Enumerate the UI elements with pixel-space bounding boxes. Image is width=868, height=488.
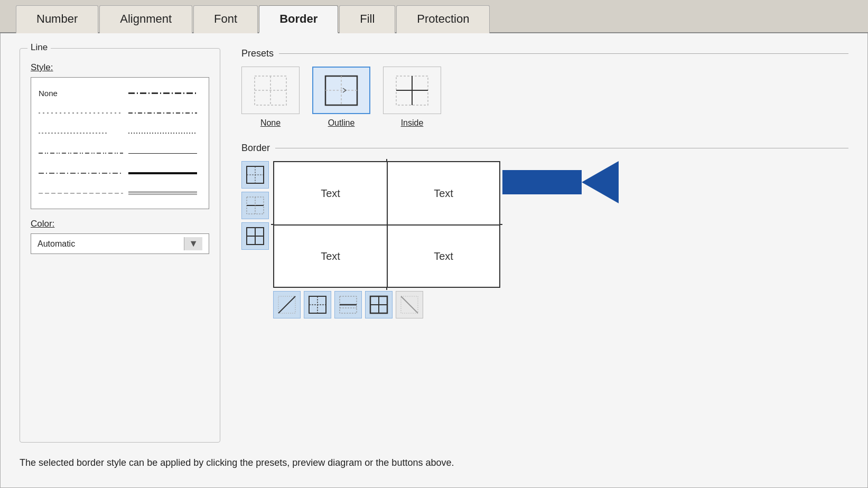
line-style-dotted-left [39, 112, 123, 114]
preset-none[interactable]: None [241, 67, 300, 128]
preview-box[interactable]: Text Text Text Text [273, 161, 500, 288]
color-value: Automatic [38, 239, 75, 249]
dropdown-arrow-icon: ▼ [184, 237, 202, 250]
preset-none-btn[interactable] [241, 67, 300, 114]
style-line-left-2 [39, 112, 123, 114]
style-row-1[interactable]: None [39, 83, 201, 103]
border-btn-all-grid[interactable] [241, 222, 269, 250]
preset-none-label: None [260, 118, 281, 128]
preset-outline-btn[interactable] [312, 67, 370, 114]
preview-text-1: Text [321, 187, 340, 200]
style-line-right-6 [128, 192, 197, 195]
style-row-2[interactable] [39, 103, 201, 123]
format-cells-dialog: Number Alignment Font Border Fill Protec… [0, 0, 868, 488]
preset-inside[interactable]: Inside [383, 67, 441, 128]
border-side-buttons-left [241, 161, 269, 250]
preview-text-4: Text [434, 250, 453, 262]
main-columns: Line Style: None [20, 48, 848, 443]
tab-font[interactable]: Font [193, 5, 258, 33]
border-all-borders-icon [307, 294, 328, 315]
style-row-4[interactable] [39, 143, 201, 163]
line-style-dotted-fine [39, 133, 107, 134]
preset-outline-icon [323, 73, 360, 108]
preset-inside-label: Inside [401, 118, 424, 128]
color-dropdown[interactable]: Automatic ▼ [31, 233, 209, 254]
style-line-right-5 [128, 172, 197, 174]
style-line-1 [128, 92, 197, 94]
border-inner-icon [245, 195, 266, 216]
arrow-container [502, 161, 619, 205]
border-btn-all-outer[interactable] [241, 161, 269, 189]
border-btn-inner[interactable] [241, 192, 269, 219]
line-style-dash [128, 112, 197, 114]
tab-fill[interactable]: Fill [339, 5, 395, 33]
preset-inside-icon [394, 73, 431, 108]
style-line-left-4 [39, 153, 123, 154]
border-thick-inner-h-icon [338, 294, 359, 315]
style-line-left-6 [39, 193, 123, 194]
border-label: Border [241, 143, 270, 154]
presets-label: Presets [241, 48, 274, 59]
hint-text: The selected border style can be applied… [20, 457, 454, 468]
line-style-double [128, 192, 197, 195]
line-style-solid-thin [128, 153, 197, 154]
border-controls: Text Text Text Text [241, 161, 848, 288]
border-btn-all-thick[interactable] [365, 291, 393, 318]
line-style-dash-dot2-left [39, 153, 123, 154]
border-divider [275, 148, 848, 148]
tab-bar: Number Alignment Font Border Fill Protec… [0, 0, 868, 33]
preset-outline-label: Outline [328, 118, 355, 128]
preview-cell-bottom-left: Text [274, 224, 387, 287]
border-diagonal-none-icon [276, 294, 297, 315]
color-label: Color: [31, 219, 209, 229]
border-all-thick-icon [368, 294, 389, 315]
line-style-dotted-fine2 [128, 133, 197, 134]
line-style-solid-thick [128, 172, 197, 174]
preview-text-2: Text [434, 187, 453, 200]
preview-cell-top-right: Text [387, 162, 499, 224]
presets-header: Presets [241, 48, 848, 59]
preset-outline[interactable]: Outline [312, 67, 370, 128]
presets-divider [279, 53, 848, 54]
style-box: None [31, 77, 209, 209]
style-line-right-3 [128, 133, 197, 134]
border-btn-diagonal-none[interactable] [273, 291, 301, 318]
preset-inside-btn[interactable] [383, 67, 441, 114]
tab-content: Line Style: None [0, 33, 868, 488]
line-style-dash-dot-long [128, 92, 197, 94]
border-btn-all-borders[interactable] [304, 291, 331, 318]
preview-cell-top-left: Text [274, 162, 387, 224]
style-line-right-2 [128, 112, 197, 114]
preview-area: Text Text Text Text [273, 161, 619, 288]
tab-alignment[interactable]: Alignment [99, 5, 192, 33]
svg-line-39 [401, 296, 418, 313]
blue-arrow-icon [502, 161, 619, 203]
style-line-right-4 [128, 153, 197, 154]
border-all-grid-icon [245, 226, 266, 247]
style-row-6[interactable] [39, 183, 201, 203]
right-panel: Presets None [241, 48, 848, 443]
line-style-dashed-left [39, 193, 123, 194]
border-diagonal-other-icon [399, 294, 420, 315]
presets-row: None Outline [241, 67, 848, 128]
preview-text-3: Text [321, 250, 340, 262]
border-btn-thick-inner-h[interactable] [334, 291, 362, 318]
border-btn-diagonal-other[interactable] [396, 291, 423, 318]
style-row-3[interactable] [39, 123, 201, 143]
style-none-label: None [39, 89, 123, 98]
style-row-5[interactable] [39, 163, 201, 183]
preview-cell-bottom-right: Text [387, 224, 499, 287]
svg-line-24 [278, 296, 295, 313]
style-line-left-5 [39, 173, 123, 174]
tab-number[interactable]: Number [16, 5, 98, 33]
hint-bar: The selected border style can be applied… [20, 457, 848, 473]
border-all-outer-icon [245, 164, 266, 185]
line-style-dash-dot-left [39, 173, 123, 174]
preview-box-container: Text Text Text Text [273, 161, 500, 288]
border-bottom-buttons [273, 291, 848, 318]
tab-border[interactable]: Border [259, 5, 338, 33]
line-panel-title: Line [27, 42, 51, 53]
border-header: Border [241, 143, 848, 154]
tab-protection[interactable]: Protection [396, 5, 490, 33]
line-panel: Line Style: None [20, 48, 220, 443]
